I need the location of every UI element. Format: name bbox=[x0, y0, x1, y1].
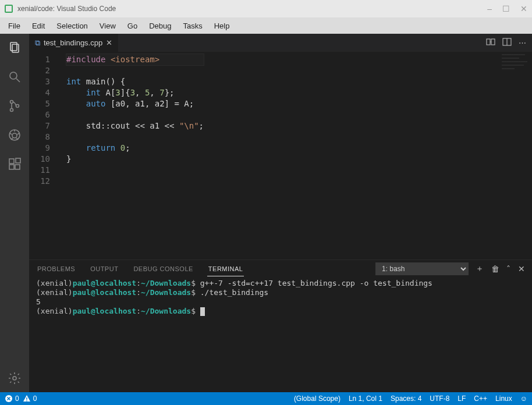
panel-tab-output[interactable]: OUTPUT bbox=[89, 262, 119, 276]
svg-point-8 bbox=[12, 133, 17, 138]
terminal-select[interactable]: 1: bash bbox=[375, 262, 469, 275]
svg-rect-27 bbox=[26, 400, 27, 401]
svg-point-4 bbox=[10, 101, 13, 104]
status-error-count: 0 bbox=[15, 395, 19, 403]
search-icon[interactable] bbox=[6, 69, 23, 85]
close-panel-icon[interactable]: ✕ bbox=[518, 264, 526, 273]
menu-edit[interactable]: Edit bbox=[26, 19, 51, 33]
svg-point-18 bbox=[13, 376, 16, 380]
svg-rect-26 bbox=[26, 397, 27, 400]
svg-line-10 bbox=[10, 133, 12, 134]
bottom-panel: PROBLEMS OUTPUT DEBUG CONSOLE TERMINAL 1… bbox=[29, 260, 532, 392]
svg-rect-14 bbox=[9, 159, 14, 164]
menu-tasks[interactable]: Tasks bbox=[177, 19, 208, 33]
close-tab-icon[interactable]: ✕ bbox=[106, 38, 112, 47]
editor-tabs: ⧉ test_bindings.cpp ✕ ⋯ bbox=[29, 34, 532, 52]
svg-point-6 bbox=[16, 105, 19, 108]
menu-file[interactable]: File bbox=[2, 19, 26, 33]
source-control-icon[interactable] bbox=[6, 98, 23, 114]
tab-label: test_bindings.cpp bbox=[44, 38, 102, 47]
minimap[interactable] bbox=[502, 54, 531, 74]
cpp-file-icon: ⧉ bbox=[35, 38, 40, 48]
status-os[interactable]: Linux bbox=[495, 395, 512, 403]
settings-gear-icon[interactable] bbox=[6, 370, 23, 386]
panel-tabs: PROBLEMS OUTPUT DEBUG CONSOLE TERMINAL 1… bbox=[29, 260, 532, 278]
menu-help[interactable]: Help bbox=[208, 19, 236, 33]
status-cursor-pos[interactable]: Ln 1, Col 1 bbox=[349, 395, 382, 403]
status-errors[interactable]: 0 bbox=[5, 395, 19, 403]
new-terminal-icon[interactable]: ＋ bbox=[476, 264, 484, 274]
maximize-panel-icon[interactable]: ˄ bbox=[506, 264, 511, 273]
menubar: File Edit Selection View Go Debug Tasks … bbox=[0, 17, 532, 34]
status-scope[interactable]: (Global Scope) bbox=[294, 395, 341, 403]
menu-view[interactable]: View bbox=[94, 19, 122, 33]
menu-go[interactable]: Go bbox=[122, 19, 143, 33]
more-actions-icon[interactable]: ⋯ bbox=[519, 38, 526, 47]
line-gutter: 123456789101112 bbox=[29, 52, 58, 260]
editor-group: ⧉ test_bindings.cpp ✕ ⋯ 123456789101112 … bbox=[29, 34, 532, 392]
code-area[interactable]: #include <iostream> int main() { int A[3… bbox=[58, 52, 204, 260]
svg-rect-1 bbox=[12, 44, 19, 52]
status-warnings[interactable]: 0 bbox=[23, 395, 37, 403]
status-feedback-icon[interactable]: ☺ bbox=[520, 395, 527, 403]
kill-terminal-icon[interactable]: 🗑 bbox=[491, 264, 500, 273]
panel-tab-debug-console[interactable]: DEBUG CONSOLE bbox=[132, 262, 194, 276]
status-bar: 0 0 (Global Scope) Ln 1, Col 1 Spaces: 4… bbox=[0, 392, 532, 405]
tab-test-bindings[interactable]: ⧉ test_bindings.cpp ✕ bbox=[29, 34, 119, 52]
svg-line-3 bbox=[16, 79, 20, 82]
compare-changes-icon[interactable] bbox=[486, 37, 495, 48]
svg-rect-0 bbox=[10, 42, 17, 51]
window-title: xenial/code: Visual Studio Code bbox=[17, 5, 116, 13]
editor[interactable]: 123456789101112 #include <iostream> int … bbox=[29, 52, 532, 260]
status-eol[interactable]: LF bbox=[457, 395, 466, 403]
minimize-button[interactable]: – bbox=[487, 4, 492, 13]
panel-tab-problems[interactable]: PROBLEMS bbox=[36, 262, 76, 276]
split-editor-icon[interactable] bbox=[502, 37, 512, 48]
maximize-button[interactable]: ☐ bbox=[502, 4, 510, 13]
status-indent[interactable]: Spaces: 4 bbox=[391, 395, 421, 403]
debug-icon[interactable] bbox=[6, 127, 23, 143]
svg-rect-19 bbox=[487, 39, 490, 45]
svg-point-5 bbox=[10, 109, 13, 112]
status-language[interactable]: C++ bbox=[474, 395, 487, 403]
svg-rect-16 bbox=[15, 165, 20, 169]
menu-debug[interactable]: Debug bbox=[143, 19, 177, 33]
activity-bar bbox=[0, 34, 29, 392]
status-encoding[interactable]: UTF-8 bbox=[430, 395, 449, 403]
window-titlebar: xenial/code: Visual Studio Code – ☐ ✕ bbox=[0, 0, 532, 17]
panel-tab-terminal[interactable]: TERMINAL bbox=[207, 262, 244, 276]
svg-rect-15 bbox=[9, 165, 14, 169]
status-warning-count: 0 bbox=[33, 395, 37, 403]
svg-point-2 bbox=[10, 72, 17, 79]
close-window-button[interactable]: ✕ bbox=[520, 4, 527, 13]
svg-line-11 bbox=[17, 133, 19, 134]
menu-selection[interactable]: Selection bbox=[51, 19, 93, 33]
app-icon bbox=[5, 5, 13, 13]
svg-rect-17 bbox=[16, 158, 20, 163]
terminal[interactable]: (xenial)paul@localhost:~/Downloads$ g++-… bbox=[29, 278, 532, 392]
extensions-icon[interactable] bbox=[6, 156, 23, 172]
explorer-icon[interactable] bbox=[6, 40, 23, 56]
svg-rect-20 bbox=[491, 39, 495, 45]
